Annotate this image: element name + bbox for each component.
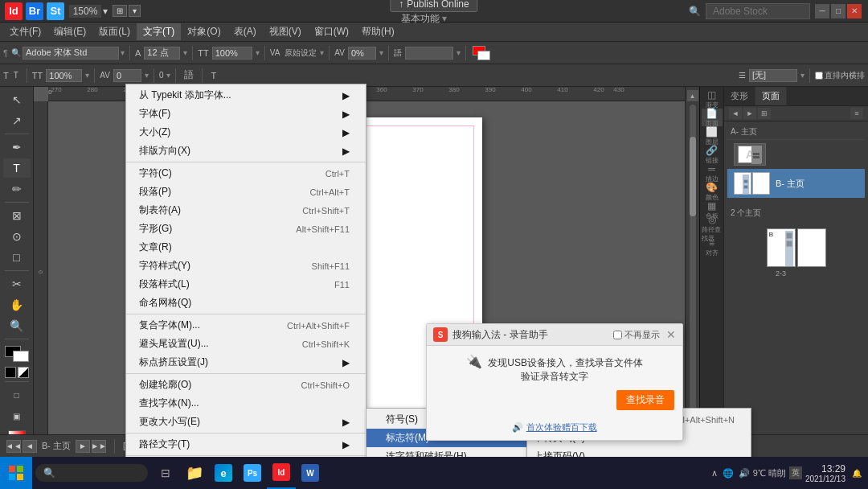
- bridge-icon[interactable]: Br: [26, 2, 43, 20]
- menu-help[interactable]: 帮助(H): [355, 23, 401, 40]
- indesign-icon[interactable]: Id: [5, 2, 23, 20]
- view-mode-btn[interactable]: ⊞: [113, 5, 127, 17]
- menu-layout[interactable]: 版面(L): [92, 23, 137, 40]
- sep3: [126, 373, 366, 374]
- sogou-footer-link[interactable]: 首次体验赠百下载: [526, 422, 597, 432]
- menu-size[interactable]: 大小(Z) ▶: [126, 123, 366, 142]
- dont-show-checkbox[interactable]: [613, 331, 622, 339]
- menu-window[interactable]: 窗口(W): [308, 23, 355, 40]
- type-on-path-arrow: ▶: [342, 439, 350, 450]
- sep1: [126, 162, 366, 162]
- menu-character[interactable]: 字符(C) Ctrl+T: [126, 164, 366, 183]
- menu-view[interactable]: 视图(V): [263, 23, 308, 40]
- sep2: [126, 314, 366, 314]
- symbols-label: 符号(S): [386, 413, 418, 426]
- size-label: 大小(Z): [139, 125, 170, 139]
- paragraph-label: 段落(P): [139, 185, 171, 199]
- menu-create-outline[interactable]: 创建轮廓(O) Ctrl+Shift+O: [126, 376, 366, 394]
- menu-type-on-path[interactable]: 路径文字(T) ▶: [126, 435, 366, 454]
- taskbar-app-ps[interactable]: Ps: [238, 457, 267, 489]
- taskbar-search[interactable]: 🔍: [35, 464, 148, 482]
- tray-expand[interactable]: ∧: [711, 468, 718, 479]
- taskview-btn[interactable]: ⊟: [151, 457, 180, 489]
- sogou-body: 🔌 发现USB设备接入，查找录音文件体 验证录音转文字 查找录音: [427, 346, 682, 418]
- id-icon: Id: [272, 463, 290, 481]
- menu-paragraph[interactable]: 段落(P) Ctrl+Alt+T: [126, 183, 366, 201]
- char-style-label: 字符样式(Y): [139, 259, 190, 273]
- menu-typekit[interactable]: 从 Typekit 添加字体... ▶: [126, 86, 366, 105]
- taskbar-app-file[interactable]: 📁: [180, 457, 209, 489]
- close-button[interactable]: ✕: [847, 4, 862, 18]
- keyboard-lang[interactable]: 英: [789, 466, 802, 479]
- stock-search-input[interactable]: [706, 3, 810, 19]
- clock-time: 13:29: [805, 463, 845, 475]
- zoom-dropdown-icon[interactable]: ▾: [103, 6, 108, 17]
- sogou-close-btn[interactable]: ✕: [666, 328, 676, 341]
- menu-story[interactable]: 文章(R): [126, 238, 366, 257]
- sogou-desc-text1: 发现USB设备接入，查找录音文件体: [488, 357, 643, 368]
- titlebar-center: ↑ Publish Online 基本功能 ▾: [390, 0, 477, 26]
- menu-composite-font[interactable]: 复合字体(M)... Ctrl+Alt+Shift+F: [126, 316, 366, 335]
- taskbar-app-edge[interactable]: e: [209, 457, 238, 489]
- menu-direction[interactable]: 排版方向(X) ▶: [126, 142, 366, 160]
- minimize-button[interactable]: ─: [815, 4, 829, 18]
- text-menu: 从 Typekit 添加字体... ▶ 字体(F) ▶ 大小(Z) ▶ 排版方向…: [125, 84, 366, 489]
- zoom-control[interactable]: ▾: [69, 5, 108, 18]
- system-tray: ∧ 🌐 🔊: [711, 468, 750, 479]
- maximize-button[interactable]: □: [831, 4, 845, 18]
- sogou-footer: 🔊 首次体验赠百下载: [427, 418, 682, 440]
- menu-glyph[interactable]: 字形(G) Alt+Shift+F11: [126, 220, 366, 238]
- para-style-shortcut: F11: [334, 280, 350, 290]
- menu-file[interactable]: 文件(F): [3, 23, 47, 40]
- direction-label: 排版方向(X): [139, 144, 190, 158]
- find-recording-btn[interactable]: 查找录音: [616, 390, 674, 410]
- taskbar: 🔍 ⊟ 📁 e Ps Id W ∧ 🌐 🔊 9℃ 晴朗 英 13:29 2021…: [0, 457, 868, 489]
- sogou-header-controls: 不再显示 ✕: [613, 328, 676, 341]
- taskbar-app-word[interactable]: W: [296, 457, 325, 489]
- sogou-title: S 搜狗输入法 - 录音助手: [433, 327, 548, 342]
- sogou-audio-icon: 🔊: [512, 422, 523, 432]
- menu-char-style[interactable]: 字符样式(Y) Shift+F11: [126, 257, 366, 275]
- taskbar-indicators: 9℃ 晴朗 英: [753, 466, 802, 479]
- title-bar: Id Br St ▾ ⊞ ▾ ↑ Publish Online 基本功能 ▾ 🔍…: [0, 0, 868, 23]
- taskbar-app-id[interactable]: Id: [267, 457, 296, 489]
- menu-type[interactable]: 文字(T): [137, 23, 181, 40]
- menu-edit[interactable]: 编辑(E): [47, 23, 92, 40]
- kinsoku-label: 避头尾设置(U)...: [139, 337, 209, 351]
- menu-named-grid[interactable]: 命名网格(Q): [126, 294, 366, 312]
- typekit-arrow: ▶: [342, 90, 350, 101]
- menu-find-font[interactable]: 查找字体(N)...: [126, 394, 366, 413]
- menu-kinsoku[interactable]: 避头尾设置(U)... Ctrl+Shift+K: [126, 335, 366, 353]
- menu-change-case[interactable]: 更改大小写(E) ▶: [126, 413, 366, 431]
- named-grid-label: 命名网格(Q): [139, 296, 191, 310]
- menu-tab[interactable]: 制表符(A) Ctrl+Shift+T: [126, 201, 366, 220]
- tray-network[interactable]: 🌐: [723, 468, 734, 479]
- zoom-input[interactable]: [69, 5, 101, 18]
- svg-rect-1: [17, 466, 23, 472]
- tray-volume[interactable]: 🔊: [739, 468, 750, 479]
- menu-mojikumi[interactable]: 标点挤压设置(J) ▶: [126, 353, 366, 372]
- view-dropdown-btn[interactable]: ▾: [129, 5, 141, 17]
- file-icon: 📁: [186, 464, 203, 482]
- titlebar-right: 🔍 ─ □ ✕: [689, 3, 868, 19]
- publish-online-button[interactable]: ↑ Publish Online: [390, 0, 477, 12]
- feature-dropdown[interactable]: ▾: [442, 13, 447, 24]
- story-label: 文章(R): [139, 240, 172, 254]
- create-outline-label: 创建轮廓(O): [139, 378, 191, 392]
- para-style-label: 段落样式(L): [139, 277, 190, 291]
- stock-icon[interactable]: St: [47, 2, 64, 20]
- dont-show-label[interactable]: 不再显示: [613, 329, 660, 341]
- publish-label: Publish Online: [407, 0, 469, 10]
- word-icon: W: [301, 464, 319, 482]
- mojikumi-label: 标点挤压设置(J): [139, 355, 208, 369]
- menu-object[interactable]: 对象(O): [181, 23, 227, 40]
- publish-icon: ↑: [399, 0, 403, 10]
- clock[interactable]: 13:29 2021/12/13: [805, 463, 845, 483]
- menu-font[interactable]: 字体(F) ▶: [126, 105, 366, 123]
- menu-table[interactable]: 表(A): [227, 23, 263, 40]
- notification-btn[interactable]: 🔔: [852, 469, 862, 478]
- svg-rect-3: [17, 474, 23, 480]
- menu-para-style[interactable]: 段落样式(L) F11: [126, 275, 366, 294]
- size-arrow: ▶: [342, 127, 350, 138]
- start-button[interactable]: [0, 457, 32, 489]
